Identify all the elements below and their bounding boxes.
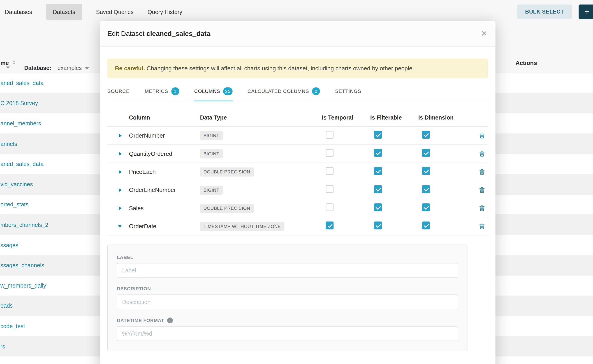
- is-filterable-checkbox[interactable]: [374, 131, 382, 139]
- tab-label: SETTINGS: [335, 88, 361, 94]
- name-column-header: me: [0, 60, 9, 66]
- is-dimension-checkbox[interactable]: [422, 149, 430, 157]
- delete-icon[interactable]: [479, 205, 485, 211]
- is-filterable-checkbox[interactable]: [374, 203, 382, 211]
- data-type-pill: BIGINT: [200, 149, 223, 158]
- column-name: Sales: [123, 205, 194, 212]
- delete-icon[interactable]: [479, 132, 485, 138]
- expand-caret-icon[interactable]: [119, 152, 122, 156]
- tab-label: METRICS: [145, 88, 168, 94]
- bulk-select-button[interactable]: BULK SELECT: [517, 4, 572, 19]
- expand-caret-icon[interactable]: [119, 206, 122, 210]
- data-type-pill: BIGINT: [200, 185, 223, 195]
- column-row: QuantityOrdered BIGINT: [107, 145, 488, 163]
- is-temporal-checkbox[interactable]: [326, 131, 334, 139]
- label-input[interactable]: [117, 263, 458, 278]
- is-filterable-checkbox[interactable]: [374, 185, 382, 193]
- expand-caret-icon[interactable]: [119, 188, 122, 192]
- tab-count-badge: 1: [171, 87, 179, 95]
- tab-label: SOURCE: [107, 88, 130, 94]
- is-temporal-checkbox[interactable]: [326, 185, 334, 193]
- modal-body: Be careful. Changing these settings will…: [100, 59, 495, 351]
- tab-label: COLUMNS: [194, 88, 220, 94]
- is-temporal-checkbox[interactable]: [326, 167, 334, 175]
- is-temporal-checkbox[interactable]: [326, 203, 334, 211]
- delete-icon[interactable]: [479, 187, 485, 193]
- dataset-link[interactable]: C 2018 Survey: [0, 100, 38, 106]
- tab-count-badge: 0: [312, 87, 320, 95]
- warning-bold-text: Be careful.: [115, 65, 145, 71]
- modal-title-prefix: Edit Dataset: [107, 30, 145, 38]
- tab-metrics[interactable]: METRICS 1: [145, 85, 179, 101]
- column-header: Column: [123, 114, 194, 120]
- description-input[interactable]: [117, 294, 458, 309]
- nav-item-saved-queries[interactable]: Saved Queries: [96, 4, 134, 20]
- expand-caret-icon[interactable]: [118, 225, 122, 228]
- column-row: OrderNumber BIGINT: [107, 127, 488, 144]
- chevron-down-icon: [85, 67, 89, 70]
- is-filterable-checkbox[interactable]: [374, 149, 382, 157]
- dataset-link[interactable]: ssages: [0, 242, 18, 248]
- dataset-link[interactable]: code_test: [0, 323, 25, 329]
- nav-item-query-history[interactable]: Query History: [148, 4, 182, 20]
- delete-icon[interactable]: [479, 151, 485, 157]
- column-header: Is Dimension: [409, 114, 457, 120]
- sort-icon[interactable]: [13, 60, 15, 65]
- warning-text: Changing these settings will affect all …: [147, 65, 414, 71]
- column-row: OrderDate TIMESTAMP WITHOUT TIME ZONE: [107, 217, 488, 235]
- delete-icon[interactable]: [479, 223, 485, 229]
- tab-columns[interactable]: COLUMNS 25: [194, 85, 232, 101]
- datetime-format-input[interactable]: [117, 326, 458, 341]
- data-type-pill: DOUBLE PRECISION: [200, 204, 254, 213]
- dataset-link[interactable]: vid_vaccines: [0, 181, 33, 187]
- dataset-link[interactable]: eads: [0, 302, 13, 309]
- nav-item-datasets[interactable]: Datasets: [46, 4, 82, 20]
- is-dimension-checkbox[interactable]: [422, 131, 430, 139]
- expand-caret-icon[interactable]: [119, 134, 122, 137]
- tab-settings[interactable]: SETTINGS: [335, 85, 361, 101]
- nav-item-databases[interactable]: Databases: [5, 4, 32, 20]
- dataset-link[interactable]: w_members_daily: [0, 282, 46, 289]
- tab-count-badge: 25: [223, 87, 232, 95]
- column-name: OrderNumber: [123, 132, 194, 139]
- column-name: QuantityOrdered: [123, 150, 194, 157]
- dataset-link[interactable]: orted_stats: [0, 201, 28, 208]
- tab-calculated-columns[interactable]: CALCULATED COLUMNS 0: [248, 85, 320, 101]
- columns-table-header: Column Data Type Is Temporal Is Filterab…: [107, 108, 488, 127]
- is-temporal-checkbox[interactable]: [326, 221, 334, 229]
- field-label-text: DATETIME FORMAT: [117, 318, 164, 323]
- modal-header: Edit Dataset cleaned_sales_data ×: [100, 21, 495, 47]
- tab-source[interactable]: SOURCE: [107, 85, 130, 101]
- is-dimension-checkbox[interactable]: [422, 203, 430, 211]
- dataset-link[interactable]: mbers_channels_2: [0, 221, 48, 228]
- dataset-link[interactable]: rs: [0, 343, 5, 349]
- column-name: OrderLineNumber: [123, 187, 194, 193]
- expand-caret-icon[interactable]: [119, 170, 122, 174]
- edit-dataset-modal: Edit Dataset cleaned_sales_data × Be car…: [100, 21, 495, 364]
- dataset-link[interactable]: aned_sales_data: [0, 161, 44, 167]
- dataset-link[interactable]: annel_members: [0, 120, 41, 127]
- is-dimension-checkbox[interactable]: [422, 167, 430, 175]
- actions-column-header: Actions: [515, 60, 537, 66]
- data-type-pill: TIMESTAMP WITHOUT TIME ZONE: [200, 222, 284, 231]
- is-temporal-checkbox[interactable]: [326, 149, 334, 157]
- info-icon[interactable]: i: [167, 318, 173, 323]
- screen: Databases Datasets Saved Queries Query H…: [0, 0, 593, 364]
- database-filter-label: Database:: [24, 65, 51, 71]
- warning-banner: Be careful. Changing these settings will…: [107, 59, 488, 78]
- close-icon[interactable]: ×: [481, 29, 487, 39]
- is-dimension-checkbox[interactable]: [422, 185, 430, 193]
- dataset-link[interactable]: annels: [0, 141, 17, 147]
- chevron-down-icon[interactable]: [6, 66, 10, 69]
- dataset-link[interactable]: ssages_channels: [0, 262, 44, 268]
- delete-icon[interactable]: [479, 169, 485, 175]
- column-row: Sales DOUBLE PRECISION: [107, 199, 488, 217]
- is-filterable-checkbox[interactable]: [374, 221, 382, 229]
- modal-dataset-name: cleaned_sales_data: [146, 30, 210, 38]
- dataset-link[interactable]: aned_sales_data: [0, 80, 44, 86]
- is-filterable-checkbox[interactable]: [374, 167, 382, 175]
- add-dataset-button[interactable]: +: [579, 4, 593, 19]
- database-filter-select[interactable]: examples: [58, 65, 89, 71]
- description-field-label: DESCRIPTION: [117, 286, 458, 291]
- is-dimension-checkbox[interactable]: [422, 221, 430, 229]
